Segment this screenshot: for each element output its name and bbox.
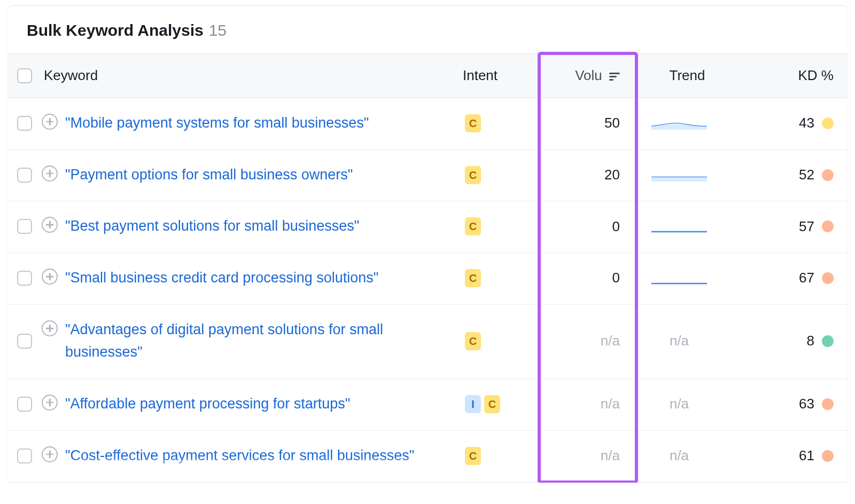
volume-cell: 50 (543, 114, 634, 132)
keyword-link[interactable]: "Payment options for small business owne… (65, 164, 353, 186)
kd-difficulty-dot (822, 272, 834, 284)
trend-na: n/a (670, 332, 689, 350)
trend-na: n/a (670, 447, 689, 465)
kd-cell: 67 (741, 269, 848, 287)
kd-cell: 8 (741, 332, 848, 350)
keyword-link[interactable]: "Affordable payment processing for start… (65, 393, 350, 415)
kd-cell: 61 (741, 447, 848, 465)
intent-badge-c[interactable]: C (465, 332, 481, 350)
intent-badge-c[interactable]: C (465, 217, 481, 235)
expand-row-button[interactable] (42, 446, 58, 462)
kd-value: 43 (799, 114, 814, 132)
col-volume-label: Volu (575, 67, 602, 83)
kd-value: 52 (799, 166, 814, 184)
trend-cell (634, 217, 741, 236)
kd-cell: 57 (741, 218, 848, 236)
table-row: "Small business credit card processing s… (7, 253, 848, 305)
expand-row-button[interactable] (42, 269, 58, 285)
intent-cell: C (463, 114, 543, 132)
col-trend[interactable]: Trend (634, 67, 741, 85)
trend-cell: n/a (634, 447, 741, 465)
kd-difficulty-dot (822, 450, 834, 462)
table-row: "Payment options for small business owne… (7, 150, 848, 202)
keyword-link[interactable]: "Best payment solutions for small busine… (65, 215, 359, 238)
kd-value: 63 (799, 395, 814, 413)
panel-title-count: 15 (209, 20, 227, 41)
expand-row-button[interactable] (42, 217, 58, 233)
table-row: "Affordable payment processing for start… (7, 379, 848, 431)
trend-cell: n/a (634, 395, 741, 413)
kd-difficulty-dot (822, 117, 834, 129)
trend-sparkline (650, 166, 708, 185)
table-row: "Best payment solutions for small busine… (7, 201, 848, 253)
intent-cell: IC (463, 395, 543, 413)
row-checkbox[interactable] (17, 219, 32, 234)
col-volume[interactable]: Volu (543, 67, 634, 85)
intent-cell: C (463, 166, 543, 184)
col-intent[interactable]: Intent (463, 67, 543, 85)
col-kd[interactable]: KD % (741, 67, 848, 85)
trend-na: n/a (670, 395, 689, 413)
sort-desc-icon (609, 73, 620, 81)
trend-cell (634, 166, 741, 185)
trend-sparkline (650, 269, 708, 288)
table-row: "Cost-effective payment services for sma… (7, 431, 848, 482)
row-checkbox[interactable] (17, 271, 32, 286)
expand-row-button[interactable] (42, 166, 58, 182)
volume-cell: n/a (543, 332, 634, 350)
trend-cell (634, 269, 741, 288)
keyword-link[interactable]: "Advantages of digital payment solutions… (65, 319, 452, 364)
row-checkbox[interactable] (17, 334, 32, 349)
kd-value: 57 (799, 218, 814, 236)
intent-cell: C (463, 447, 543, 465)
intent-badge-c[interactable]: C (484, 395, 500, 413)
intent-badge-i[interactable]: I (465, 395, 481, 413)
intent-cell: C (463, 217, 543, 235)
intent-badge-c[interactable]: C (465, 114, 481, 132)
kd-cell: 43 (741, 114, 848, 132)
kd-difficulty-dot (822, 169, 834, 181)
row-checkbox[interactable] (17, 116, 32, 131)
row-checkbox[interactable] (17, 168, 32, 183)
expand-row-button[interactable] (42, 395, 58, 411)
panel-title: Bulk Keyword Analysis 15 (7, 6, 848, 53)
kd-value: 67 (799, 269, 814, 287)
col-keyword[interactable]: Keyword (42, 67, 463, 85)
volume-cell: 0 (543, 269, 634, 287)
select-all-checkbox[interactable] (17, 68, 32, 83)
intent-badge-c[interactable]: C (465, 447, 481, 465)
volume-cell: 20 (543, 166, 634, 184)
volume-cell: n/a (543, 395, 634, 413)
kd-difficulty-dot (822, 398, 834, 410)
intent-cell: C (463, 269, 543, 287)
intent-badge-c[interactable]: C (465, 166, 481, 184)
table-row: "Advantages of digital payment solutions… (7, 305, 848, 379)
trend-cell: n/a (634, 332, 741, 350)
trend-sparkline (650, 114, 708, 133)
kd-cell: 52 (741, 166, 848, 184)
keyword-link[interactable]: "Small business credit card processing s… (65, 267, 378, 289)
volume-cell: n/a (543, 447, 634, 465)
expand-row-button[interactable] (42, 114, 58, 130)
kd-difficulty-dot (822, 335, 834, 347)
table-header: Keyword Intent Volu Trend KD % (7, 53, 848, 98)
kd-value: 8 (807, 332, 814, 350)
panel-title-text: Bulk Keyword Analysis (27, 20, 204, 41)
expand-row-button[interactable] (42, 320, 58, 336)
keyword-link[interactable]: "Cost-effective payment services for sma… (65, 445, 414, 467)
row-checkbox[interactable] (17, 397, 32, 412)
kd-value: 61 (799, 447, 814, 465)
intent-badge-c[interactable]: C (465, 269, 481, 287)
trend-sparkline (650, 217, 708, 236)
kd-difficulty-dot (822, 220, 834, 232)
kd-cell: 63 (741, 395, 848, 413)
table-row: "Mobile payment systems for small busine… (7, 98, 848, 150)
trend-cell (634, 114, 741, 133)
intent-cell: C (463, 332, 543, 350)
volume-cell: 0 (543, 218, 634, 236)
row-checkbox[interactable] (17, 448, 32, 463)
keyword-link[interactable]: "Mobile payment systems for small busine… (65, 112, 369, 135)
